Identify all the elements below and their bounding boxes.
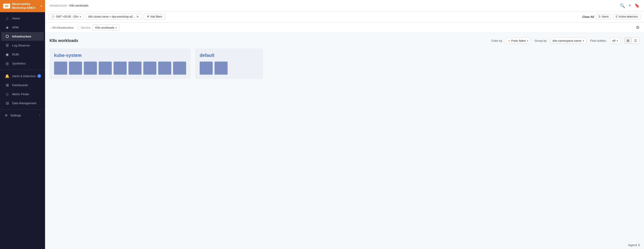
group-by-chevron-icon — [583, 39, 584, 42]
workload-tile[interactable] — [114, 62, 127, 75]
back-chevron-icon: ‹ — [50, 26, 52, 29]
header-actions: 🔍 + 🔖 — [620, 3, 640, 8]
sidebar-nav: ⌂ Home ◈ APM ⬡ Infrastructure ☰ Log Obse… — [0, 12, 45, 249]
detectors-label: Active detectors — [619, 15, 638, 18]
sidebar-item-label: Infrastructure — [12, 35, 31, 38]
add-icon[interactable]: + — [628, 3, 631, 8]
sidebar-item-settings[interactable]: ⚙ Settings › — [1, 111, 44, 119]
sidebar-item-log-observer[interactable]: ☰ Log Observer — [1, 41, 44, 50]
sidebar-item-label: APM — [12, 26, 18, 29]
data-management-icon: ⊟ — [5, 101, 10, 105]
workload-tile[interactable] — [69, 62, 82, 75]
sidebar-item-label: Synthetics — [12, 62, 26, 65]
splunk-logo-mark: SP — [3, 4, 10, 9]
rum-icon: ◉ — [5, 52, 10, 57]
alerts-icon: 🔔 — [5, 74, 10, 78]
workload-tile[interactable] — [54, 62, 67, 75]
clear-all-button[interactable]: Clear All — [582, 15, 594, 19]
legend-info-icon[interactable]: ℹ — [638, 243, 640, 247]
sidebar-item-label: Metric Finder — [12, 93, 29, 96]
workload-tile[interactable] — [158, 62, 171, 75]
color-by-value: Pods failed — [511, 39, 526, 42]
workloads-title: K8s workloads — [50, 38, 78, 43]
infrastructure-icon: ⬡ — [5, 34, 10, 39]
time-picker[interactable]: 🕐 GMT +00:00 -15m — [49, 14, 84, 20]
workload-tile[interactable] — [84, 62, 97, 75]
dashboards-icon: ⊞ — [5, 83, 10, 87]
main-content: Infrastructure / K8s workloads 🔍 + 🔖 🕐 G… — [45, 0, 644, 249]
sidebar-item-dashboards[interactable]: ⊞ Dashboards — [1, 81, 44, 90]
namespace-card-kube-system: kube-system — [50, 48, 191, 79]
alerts-count: 0 — [599, 15, 600, 18]
breadcrumb-root: Infrastructure — [50, 4, 67, 7]
list-view-button[interactable]: ☰ — [632, 38, 639, 44]
sidebar-item-metric-finder[interactable]: ◇ Metric Finder — [1, 90, 44, 99]
settings-chevron-icon: › — [39, 114, 40, 117]
workspace-chevron-icon: ▾ — [40, 5, 42, 8]
sidebar-item-data-management[interactable]: ⊟ Data Management — [1, 99, 44, 108]
view-toggle: ⊞ ☰ — [624, 38, 640, 44]
service-select[interactable]: K8s workloads — [93, 25, 120, 31]
sub-nav-bar: ‹ All infrastructure | Service K8s workl… — [45, 22, 644, 33]
add-filter-button[interactable]: ⧩ Add filters — [144, 14, 165, 20]
group-by-value: k8s.namespace.name — [553, 39, 581, 42]
home-icon: ⌂ — [5, 17, 10, 21]
sidebar-item-label: Home — [12, 17, 20, 20]
sidebar-settings-label: Settings — [10, 114, 21, 117]
nav-divider-2 — [0, 109, 45, 110]
workspace-logo[interactable]: SP Observability Workshop EMEA ▾ — [0, 0, 45, 12]
group-by-select[interactable]: k8s.namespace.name — [550, 38, 586, 44]
sidebar-item-label: Dashboards — [12, 83, 28, 87]
alerts-label: Alerts — [602, 15, 608, 18]
clock-icon: 🕐 — [51, 15, 54, 18]
color-by-chevron-icon — [527, 39, 528, 42]
bookmark-icon[interactable]: 🔖 — [634, 3, 640, 8]
sidebar-item-apm[interactable]: ◈ APM — [1, 23, 44, 32]
workload-tile[interactable] — [214, 62, 228, 75]
time-zone: GMT +00:00 — [56, 15, 71, 18]
all-infrastructure-button[interactable]: ‹ All infrastructure — [49, 25, 75, 30]
hash-icon: # — [508, 39, 510, 42]
breadcrumb-separator: / — [68, 4, 69, 7]
sidebar-item-label: Data Management — [12, 102, 36, 105]
namespace-grid: kube-system default — [50, 48, 640, 79]
namespace-title-default[interactable]: default — [200, 53, 258, 58]
sidebar-item-synthetics[interactable]: ◎ Synthetics — [1, 59, 44, 68]
sidebar-item-alerts-detectors[interactable]: 🔔 Alerts & Detectors 1 — [1, 72, 44, 81]
workload-tile[interactable] — [99, 62, 112, 75]
sidebar-item-infrastructure[interactable]: ⬡ Infrastructure — [1, 32, 44, 41]
workload-tile[interactable] — [173, 62, 186, 75]
workload-tiles-default — [200, 62, 258, 75]
grid-view-button[interactable]: ⊞ — [624, 38, 632, 44]
active-detectors-badge[interactable]: 0 Active detectors — [613, 14, 640, 20]
search-icon[interactable]: 🔍 — [620, 3, 625, 8]
workloads-settings-icon[interactable]: ⚙ — [635, 24, 640, 31]
workload-tile[interactable] — [143, 62, 156, 75]
service-label: Service — [81, 26, 90, 29]
metric-finder-icon: ◇ — [5, 92, 10, 96]
sidebar-item-label: Log Observer — [12, 44, 30, 47]
filter-chip-cluster: k8s.cluster.name = hpa-workshop-a0... ✕ — [86, 14, 141, 20]
sidebar: SP Observability Workshop EMEA ▾ ⌂ Home … — [0, 0, 45, 249]
breadcrumb-current: K8s workloads — [70, 4, 88, 7]
workload-tiles-kube-system — [54, 62, 186, 75]
find-outliers-select[interactable]: off — [610, 38, 620, 44]
synthetics-icon: ◎ — [5, 61, 10, 66]
sidebar-item-rum[interactable]: ◉ RUM — [1, 50, 44, 59]
alerts-count-badge[interactable]: 0 Alerts — [596, 14, 611, 20]
time-chevron-icon — [80, 15, 81, 18]
sub-nav-separator: | — [78, 26, 78, 30]
legend-label: legend — [628, 243, 637, 247]
nav-divider — [0, 70, 45, 70]
color-by-select[interactable]: # Pods failed — [506, 38, 531, 44]
workload-tile[interactable] — [200, 62, 213, 75]
workspace-sub: Workshop EMEA — [12, 6, 36, 10]
sidebar-item-home[interactable]: ⌂ Home — [1, 14, 44, 23]
namespace-title-kube-system[interactable]: kube-system — [54, 53, 186, 58]
outliers-value: off — [612, 39, 616, 42]
filter-chip-close-icon[interactable]: ✕ — [136, 15, 139, 19]
breadcrumb: Infrastructure / K8s workloads — [50, 4, 88, 7]
filter-bar: 🕐 GMT +00:00 -15m k8s.cluster.name = hpa… — [45, 11, 644, 22]
workload-tile[interactable] — [128, 62, 142, 75]
sidebar-item-label: RUM — [12, 53, 19, 56]
